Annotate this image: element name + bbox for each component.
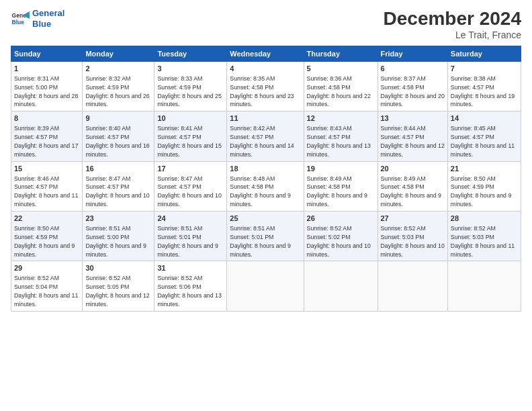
daylight: Daylight: 8 hours and 10 minutes. [307, 242, 371, 258]
sunrise: Sunrise: 8:51 AM [85, 225, 130, 232]
day-number: 18 [230, 164, 300, 174]
calendar-cell [378, 261, 447, 311]
day-number: 31 [157, 263, 224, 273]
day-number: 9 [85, 113, 151, 124]
daylight: Daylight: 8 hours and 11 minutes. [14, 292, 78, 308]
daylight: Daylight: 8 hours and 10 minutes. [381, 242, 445, 258]
calendar-cell: 18Sunrise: 8:48 AMSunset: 4:58 PMDayligh… [227, 161, 304, 211]
daylight: Daylight: 8 hours and 12 minutes. [381, 142, 445, 158]
daylight: Daylight: 8 hours and 15 minutes. [157, 142, 221, 158]
daylight: Daylight: 8 hours and 17 minutes. [14, 142, 78, 158]
daylight: Daylight: 8 hours and 13 minutes. [157, 292, 221, 308]
sunset: Sunset: 5:02 PM [307, 234, 351, 240]
sunset: Sunset: 4:58 PM [307, 84, 351, 91]
sunrise: Sunrise: 8:50 AM [14, 225, 59, 232]
calendar-cell: 13Sunrise: 8:44 AMSunset: 4:57 PMDayligh… [378, 111, 447, 161]
sunset: Sunset: 5:06 PM [157, 283, 201, 290]
sunset: Sunset: 4:57 PM [381, 134, 425, 140]
sunrise: Sunrise: 8:32 AM [85, 75, 130, 82]
daylight: Daylight: 8 hours and 9 minutes. [157, 242, 218, 258]
day-number: 6 [381, 64, 445, 74]
day-number: 15 [14, 164, 79, 174]
sunset: Sunset: 4:59 PM [85, 84, 129, 91]
week-row-2: 8Sunrise: 8:39 AMSunset: 4:57 PMDaylight… [11, 111, 521, 161]
sunrise: Sunrise: 8:51 AM [157, 225, 202, 232]
sunset: Sunset: 4:57 PM [307, 134, 351, 140]
daylight: Daylight: 8 hours and 9 minutes. [307, 192, 367, 208]
sunrise: Sunrise: 8:48 AM [230, 175, 275, 182]
calendar-cell: 9Sunrise: 8:40 AMSunset: 4:57 PMDaylight… [83, 111, 154, 161]
day-number: 26 [307, 214, 375, 224]
sunset: Sunset: 5:03 PM [451, 234, 494, 240]
day-number: 27 [381, 214, 445, 224]
calendar-cell: 25Sunrise: 8:51 AMSunset: 5:01 PMDayligh… [227, 212, 304, 261]
day-number: 24 [157, 214, 224, 224]
sunset: Sunset: 4:57 PM [157, 183, 201, 190]
daylight: Daylight: 8 hours and 22 minutes. [307, 93, 371, 108]
calendar-cell: 19Sunrise: 8:49 AMSunset: 4:58 PMDayligh… [304, 161, 378, 211]
day-number: 16 [85, 164, 151, 174]
sunrise: Sunrise: 8:51 AM [230, 225, 275, 232]
calendar-cell: 3Sunrise: 8:33 AMSunset: 4:59 PMDaylight… [154, 62, 227, 111]
daylight: Daylight: 8 hours and 11 minutes. [14, 192, 78, 208]
calendar-cell: 8Sunrise: 8:39 AMSunset: 4:57 PMDaylight… [11, 111, 83, 161]
day-header-friday: Friday [378, 46, 447, 62]
day-number: 20 [381, 164, 445, 174]
sunset: Sunset: 5:01 PM [157, 234, 201, 240]
day-number: 5 [307, 64, 375, 74]
calendar-cell: 6Sunrise: 8:37 AMSunset: 4:58 PMDaylight… [378, 62, 447, 111]
calendar-cell: 30Sunrise: 8:52 AMSunset: 5:05 PMDayligh… [83, 261, 154, 311]
sunset: Sunset: 4:59 PM [157, 84, 201, 91]
sunset: Sunset: 5:04 PM [14, 283, 58, 290]
sunrise: Sunrise: 8:39 AM [14, 125, 59, 132]
sunrise: Sunrise: 8:43 AM [307, 125, 352, 132]
day-number: 1 [14, 64, 79, 74]
day-number: 12 [307, 113, 375, 124]
sunset: Sunset: 5:01 PM [230, 234, 273, 240]
sunrise: Sunrise: 8:52 AM [157, 275, 202, 281]
day-number: 8 [14, 113, 79, 124]
daylight: Daylight: 8 hours and 25 minutes. [157, 93, 221, 108]
sunrise: Sunrise: 8:38 AM [451, 75, 496, 82]
sunset: Sunset: 5:00 PM [85, 234, 129, 240]
day-header-saturday: Saturday [447, 46, 521, 62]
sunrise: Sunrise: 8:47 AM [85, 175, 130, 182]
sunrise: Sunrise: 8:50 AM [451, 175, 496, 182]
sunset: Sunset: 4:57 PM [14, 134, 58, 140]
calendar-cell: 12Sunrise: 8:43 AMSunset: 4:57 PMDayligh… [304, 111, 378, 161]
day-header-wednesday: Wednesday [227, 46, 304, 62]
calendar-cell [447, 261, 521, 311]
daylight: Daylight: 8 hours and 9 minutes. [230, 242, 290, 258]
daylight: Daylight: 8 hours and 14 minutes. [230, 142, 294, 158]
calendar-cell: 22Sunrise: 8:50 AMSunset: 4:59 PMDayligh… [11, 212, 83, 261]
sunset: Sunset: 4:58 PM [381, 84, 425, 91]
daylight: Daylight: 8 hours and 9 minutes. [14, 242, 75, 258]
sunset: Sunset: 4:58 PM [307, 183, 351, 190]
days-header-row: SundayMondayTuesdayWednesdayThursdayFrid… [11, 46, 521, 62]
day-number: 2 [85, 64, 151, 74]
day-number: 22 [14, 214, 79, 224]
day-number: 25 [230, 214, 300, 224]
daylight: Daylight: 8 hours and 26 minutes. [85, 93, 149, 108]
sunrise: Sunrise: 8:36 AM [307, 75, 352, 82]
daylight: Daylight: 8 hours and 13 minutes. [307, 142, 371, 158]
sunrise: Sunrise: 8:45 AM [451, 125, 496, 132]
calendar-cell: 15Sunrise: 8:46 AMSunset: 4:57 PMDayligh… [11, 161, 83, 211]
sunrise: Sunrise: 8:47 AM [157, 175, 202, 182]
calendar-cell: 11Sunrise: 8:42 AMSunset: 4:57 PMDayligh… [227, 111, 304, 161]
calendar-cell: 2Sunrise: 8:32 AMSunset: 4:59 PMDaylight… [83, 62, 154, 111]
sunrise: Sunrise: 8:41 AM [157, 125, 202, 132]
main-container: General Blue GeneralBlue December 2024 L… [0, 0, 532, 317]
calendar-cell: 26Sunrise: 8:52 AMSunset: 5:02 PMDayligh… [304, 212, 378, 261]
location: Le Trait, France [384, 30, 521, 40]
sunset: Sunset: 4:57 PM [14, 183, 58, 190]
logo-icon: General Blue [11, 9, 30, 28]
sunset: Sunset: 4:59 PM [14, 234, 58, 240]
sunset: Sunset: 4:58 PM [381, 183, 425, 190]
calendar-cell: 28Sunrise: 8:52 AMSunset: 5:03 PMDayligh… [447, 212, 521, 261]
daylight: Daylight: 8 hours and 19 minutes. [451, 93, 515, 108]
sunrise: Sunrise: 8:33 AM [157, 75, 202, 82]
daylight: Daylight: 8 hours and 12 minutes. [85, 292, 149, 308]
calendar-cell: 4Sunrise: 8:35 AMSunset: 4:58 PMDaylight… [227, 62, 304, 111]
sunrise: Sunrise: 8:37 AM [381, 75, 426, 82]
